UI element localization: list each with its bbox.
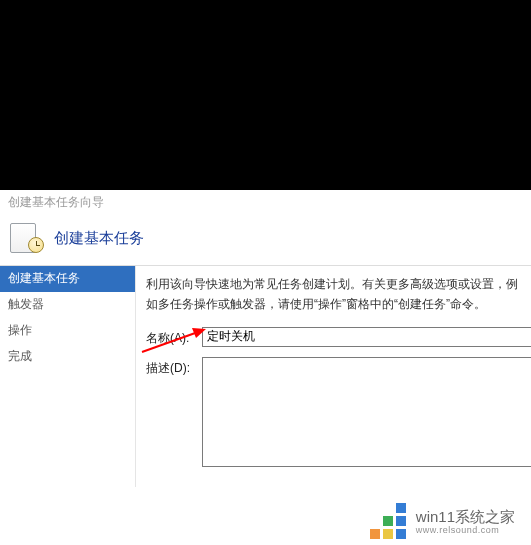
name-input[interactable] bbox=[202, 327, 531, 347]
wizard-intro-text: 利用该向导快速地为常见任务创建计划。有关更多高级选项或设置，例如多任务操作或触发… bbox=[146, 274, 531, 315]
sidebar-step-action[interactable]: 操作 bbox=[0, 318, 135, 344]
top-black-region bbox=[0, 0, 531, 190]
wizard-heading: 创建基本任务 bbox=[54, 229, 144, 248]
sidebar-item-label: 操作 bbox=[8, 323, 32, 337]
wizard-steps-sidebar: 创建基本任务 触发器 操作 完成 bbox=[0, 266, 135, 487]
description-input[interactable] bbox=[202, 357, 531, 467]
watermark: win11系统之家 www.relsound.com bbox=[370, 503, 515, 539]
wizard-main-pane: 利用该向导快速地为常见任务创建计划。有关更多高级选项或设置，例如多任务操作或触发… bbox=[135, 266, 531, 487]
window-title: 创建基本任务向导 bbox=[0, 190, 531, 215]
watermark-brand: win11系统之家 bbox=[416, 508, 515, 525]
description-row: 描述(D): bbox=[146, 357, 531, 467]
name-row: 名称(A): bbox=[146, 327, 531, 347]
wizard-body: 创建基本任务 触发器 操作 完成 利用该向导快速地为常见任务创建计划。有关更多高… bbox=[0, 265, 531, 487]
sidebar-step-finish[interactable]: 完成 bbox=[0, 344, 135, 370]
watermark-logo-icon bbox=[370, 503, 406, 539]
sidebar-step-trigger[interactable]: 触发器 bbox=[0, 292, 135, 318]
watermark-url: www.relsound.com bbox=[416, 525, 515, 535]
description-label: 描述(D): bbox=[146, 357, 196, 377]
sidebar-item-label: 完成 bbox=[8, 349, 32, 363]
sidebar-step-create-basic-task[interactable]: 创建基本任务 bbox=[0, 266, 135, 292]
name-label: 名称(A): bbox=[146, 327, 196, 347]
wizard-header: 创建基本任务 bbox=[0, 215, 531, 265]
task-wizard-icon bbox=[10, 223, 44, 253]
sidebar-item-label: 触发器 bbox=[8, 297, 44, 311]
sidebar-item-label: 创建基本任务 bbox=[8, 271, 80, 285]
